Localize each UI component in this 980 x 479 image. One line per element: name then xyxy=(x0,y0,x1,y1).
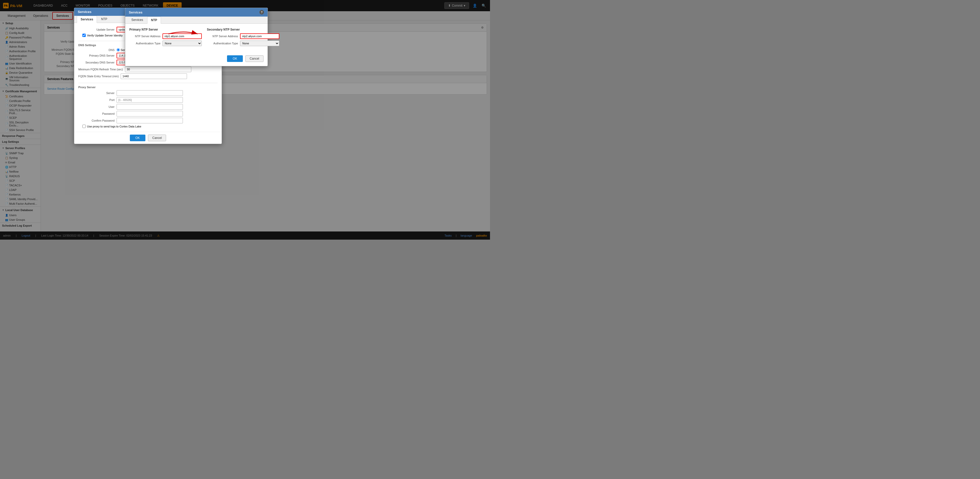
proxy-server-title: Proxy Server xyxy=(78,86,218,89)
proxy-password-row: Password xyxy=(78,111,218,116)
primary-auth-type-label: Authentication Type xyxy=(129,42,162,45)
secondary-auth-type-label: Authentication Type xyxy=(207,42,240,45)
secondary-dns-label: Secondary DNS Server xyxy=(78,61,116,64)
right-modal-title: Services ? xyxy=(125,8,267,17)
secondary-auth-type-select[interactable]: None xyxy=(240,41,279,46)
proxy-server-input[interactable] xyxy=(116,90,183,96)
left-modal-footer: OK Cancel xyxy=(74,132,222,144)
services-modal-right: Services ? Services NTP Primary NTP Serv… xyxy=(125,8,268,66)
left-tab-services[interactable]: Services xyxy=(77,16,97,23)
dns-label: DNS xyxy=(78,48,116,51)
proxy-server-label: Server xyxy=(78,92,116,95)
dns-servers-radio[interactable] xyxy=(116,48,120,51)
secondary-ntp-section-title: Secondary NTP Server xyxy=(207,28,279,31)
help-icon[interactable]: ? xyxy=(259,10,264,14)
proxy-password-input[interactable] xyxy=(116,111,183,116)
use-proxy-row: Use proxy to send logs to Cortex Data La… xyxy=(78,125,218,128)
fqdn-stale-row: FQDN Stale Entry Timeout (min) xyxy=(78,73,218,79)
proxy-port-row: Port xyxy=(78,97,218,103)
proxy-port-label: Port xyxy=(78,98,116,102)
proxy-confirm-password-input[interactable] xyxy=(116,118,183,124)
update-server-label: Update Server xyxy=(78,28,116,31)
right-modal-footer: OK Cancel xyxy=(129,56,264,62)
secondary-ntp-address-row: NTP Server Address xyxy=(207,33,279,39)
verify-checkbox[interactable] xyxy=(83,34,86,37)
right-modal-body: Primary NTP Server NTP Server Address Au… xyxy=(125,24,267,66)
secondary-auth-type-row: Authentication Type None xyxy=(207,41,279,46)
primary-auth-type-select[interactable]: None xyxy=(162,41,202,46)
fqdn-stale-form-label: FQDN Stale Entry Timeout (min) xyxy=(78,75,121,78)
verify-checkbox-label: Verify Update Server Identity xyxy=(87,34,123,37)
primary-ntp-input[interactable] xyxy=(162,33,202,39)
primary-auth-type-row: Authentication Type None xyxy=(129,41,202,46)
fqdn-refresh-form-label: Minimum FQDN Refresh Time (sec) xyxy=(78,68,125,71)
right-tab-ntp[interactable]: NTP xyxy=(147,17,161,24)
primary-ntp-address-row: NTP Server Address xyxy=(129,33,202,39)
secondary-ntp-input[interactable] xyxy=(240,33,279,39)
left-tab-ntp[interactable]: NTP xyxy=(97,16,111,23)
proxy-server-row: Server xyxy=(78,90,218,96)
primary-ntp-col: Primary NTP Server NTP Server Address Au… xyxy=(129,28,202,48)
primary-dns-label: Primary DNS Server xyxy=(78,54,116,57)
proxy-confirm-password-row: Confirm Password xyxy=(78,118,218,124)
proxy-password-label: Password xyxy=(78,112,116,115)
right-cancel-button[interactable]: Cancel xyxy=(245,56,264,62)
primary-ntp-section-title: Primary NTP Server xyxy=(129,28,202,31)
proxy-port-input[interactable] xyxy=(116,97,183,103)
proxy-user-input[interactable] xyxy=(116,104,183,109)
ntp-address-label: NTP Server Address xyxy=(129,35,162,38)
proxy-confirm-password-label: Confirm Password xyxy=(78,119,116,122)
fqdn-refresh-input[interactable] xyxy=(125,67,191,72)
fqdn-refresh-row: Minimum FQDN Refresh Time (sec) xyxy=(78,67,218,72)
right-modal-tabs: Services NTP xyxy=(125,17,267,24)
right-ok-button[interactable]: OK xyxy=(227,56,243,62)
proxy-user-label: User xyxy=(78,105,116,108)
proxy-server-section: Proxy Server Server Port User Password C… xyxy=(74,83,222,132)
use-proxy-checkbox[interactable] xyxy=(83,125,86,128)
right-tab-services[interactable]: Services xyxy=(128,17,147,24)
left-ok-button[interactable]: OK xyxy=(130,135,145,141)
proxy-user-row: User xyxy=(78,104,218,109)
left-cancel-button[interactable]: Cancel xyxy=(148,135,166,141)
use-proxy-label: Use proxy to send logs to Cortex Data La… xyxy=(87,125,141,128)
fqdn-stale-input[interactable] xyxy=(121,73,187,79)
secondary-ntp-address-label: NTP Server Address xyxy=(207,35,240,38)
ntp-columns: Primary NTP Server NTP Server Address Au… xyxy=(129,28,264,48)
secondary-ntp-col: Secondary NTP Server NTP Server Address … xyxy=(207,28,279,48)
